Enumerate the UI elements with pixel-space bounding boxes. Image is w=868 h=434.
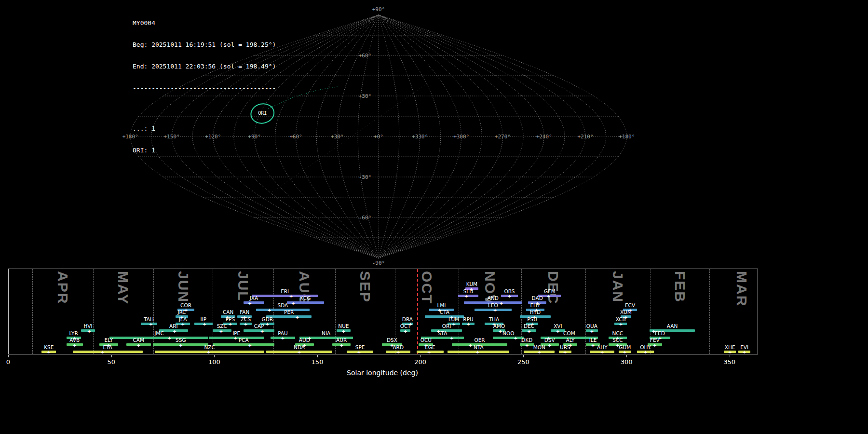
x-tick-mark [214, 355, 215, 357]
sky-map: +180°+150°+120°+90°+60°+30°+0°+330°+300°… [0, 0, 868, 268]
shower-peak-oct: + [404, 328, 407, 333]
shower-peak-sta: + [450, 335, 453, 340]
x-tick-mark [730, 355, 730, 357]
x-tick-label: 150 [312, 358, 324, 366]
lat-label: -90° [372, 260, 385, 266]
shower-peak-jxa: + [248, 300, 252, 305]
shower-peak-szc: + [219, 328, 223, 333]
shower-peak-cam: + [137, 342, 140, 347]
x-tick-label: 200 [414, 358, 426, 366]
month-label-sep: SEP [357, 271, 373, 303]
shower-label-per: PER [284, 309, 294, 315]
shower-peak-dkd: + [525, 342, 529, 347]
shower-peak-amo: + [499, 328, 502, 333]
lon-label: +180° [619, 134, 635, 140]
shower-peak-cap: + [260, 328, 264, 333]
shower-label-nia: NIA [322, 330, 330, 336]
shower-bar-per [266, 315, 312, 318]
shower-peak-ard: + [396, 349, 400, 354]
x-tick-label: 50 [107, 358, 115, 366]
shower-peak-kse: + [47, 349, 51, 354]
shower-peak-iip: + [203, 321, 206, 326]
shower-label-sda: SDA [278, 302, 288, 308]
activity-timeline: APRMAYJUNJULAUGSEPOCTNOVDECJANFEBMARKUM+… [0, 268, 868, 383]
month-boundary-line [93, 269, 94, 354]
shower-bar-noo [493, 337, 524, 339]
x-tick-mark [111, 355, 112, 357]
shower-peak-avb: + [73, 342, 76, 347]
shower-peak-ari: + [173, 328, 176, 333]
shower-peak-nue: + [342, 328, 345, 333]
x-axis-label: Solar longitude (deg) [347, 369, 418, 377]
lat-label: -30° [359, 174, 372, 180]
shower-peak-tah: + [149, 321, 153, 326]
shower-bar-sld [458, 295, 479, 297]
month-boundary-line [32, 269, 33, 354]
shower-peak-dsv: + [548, 342, 551, 347]
shower-peak-nda: + [298, 349, 301, 354]
shower-peak-eri: + [289, 293, 293, 298]
lon-label: +30° [331, 134, 344, 140]
x-tick-mark [317, 355, 318, 357]
shower-bar-jxa [244, 301, 264, 304]
x-tick-mark [523, 355, 524, 357]
count-ori: ORI: 1 [133, 147, 276, 154]
month-boundary-line [585, 269, 586, 354]
info-gap [133, 106, 276, 110]
shower-peak-nta: + [476, 349, 479, 354]
lon-label: +240° [536, 134, 552, 140]
shower-peak-kcg: + [291, 300, 295, 305]
shower-label-aan: AAN [667, 323, 678, 329]
shower-peak-ssg: + [179, 342, 182, 347]
shower-session-id: MY0004 [133, 19, 276, 27]
lon-label: +60° [289, 134, 302, 140]
map-meridian [316, 15, 379, 258]
month-boundary-line [709, 269, 710, 354]
lat-label: -60° [359, 215, 372, 221]
shower-peak-gem: + [547, 293, 550, 298]
month-label-apr: APR [54, 271, 71, 304]
shower-peak-mon: + [538, 349, 541, 354]
shower-label-and: AND [488, 295, 499, 301]
shower-peak-rpu: + [467, 321, 470, 326]
shower-peak-urs: + [564, 349, 567, 354]
shower-peak-sld: + [464, 293, 468, 298]
shower-peak-spe: + [357, 349, 361, 354]
shower-peak-and: + [500, 300, 503, 305]
shower-peak-qua: + [590, 328, 594, 333]
shower-peak-pps: + [229, 321, 232, 326]
shower-peak-ipe: + [234, 335, 237, 340]
month-label-jan: JAN [610, 271, 626, 303]
shower-label-pca: PCA [239, 337, 249, 343]
lat-label: +60° [359, 53, 372, 59]
x-tick-label: 0 [6, 358, 10, 366]
shower-peak-per: + [296, 314, 299, 319]
shower-peak-jmc: + [168, 335, 171, 340]
x-tick-mark [626, 355, 627, 357]
shower-peak-noo: + [514, 335, 517, 340]
x-tick-label: 250 [517, 358, 529, 366]
shower-peak-jea: + [181, 321, 185, 326]
shower-bar-pca [213, 343, 274, 346]
shower-peak-evi: + [743, 349, 746, 354]
lon-label: +270° [495, 134, 511, 140]
lon-label: +300° [453, 134, 469, 140]
month-boundary-line [335, 269, 336, 354]
radiant-drift-trail [268, 86, 339, 108]
shower-label-noo: NOO [502, 330, 514, 336]
shower-peak-eta: + [101, 349, 104, 354]
month-boundary-line [213, 269, 213, 354]
month-label-mar: MAR [733, 271, 750, 307]
shower-peak-pau: + [281, 335, 285, 340]
shower-bar-leo [475, 309, 512, 311]
shower-label-jmc: JMC [154, 330, 164, 336]
shower-label-com: COM [563, 330, 575, 336]
shower-peak-pca: + [248, 342, 252, 347]
shower-label-sta: STA [438, 330, 447, 336]
shower-peak-fev: + [653, 342, 656, 347]
shower-peak-sda: + [268, 307, 271, 312]
shower-peak-oer: + [469, 342, 472, 347]
shower-peak-ile: + [591, 342, 595, 347]
shower-peak-nzc: + [207, 349, 210, 354]
shower-bar-cap [244, 329, 274, 332]
